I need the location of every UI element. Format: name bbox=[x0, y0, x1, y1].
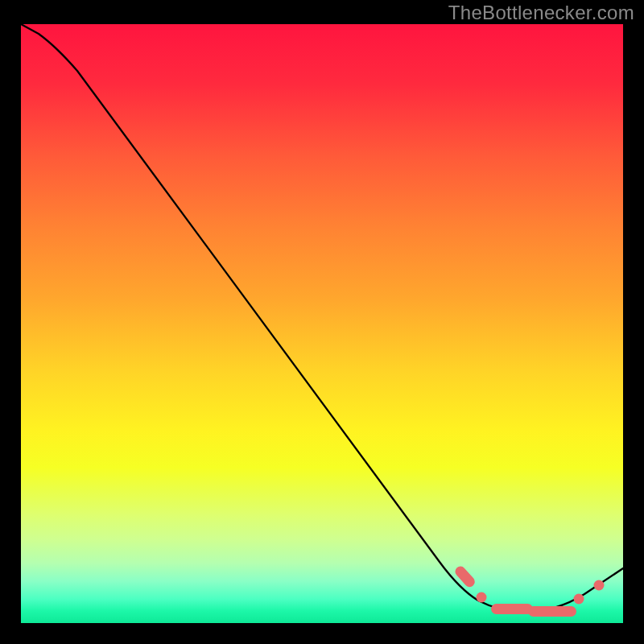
bottleneck-curve bbox=[21, 24, 623, 612]
marker-descent-pill bbox=[453, 564, 477, 589]
attribution-label: TheBottlenecker.com bbox=[448, 2, 634, 24]
plot-area bbox=[21, 24, 623, 623]
curve-svg bbox=[21, 24, 623, 623]
marker-descent-dot bbox=[477, 592, 487, 603]
marker-ascent-dot bbox=[594, 580, 605, 591]
chart-container: TheBottlenecker.com bbox=[0, 0, 644, 644]
marker-trough-pill-1 bbox=[491, 604, 533, 614]
marker-trough-pill-2 bbox=[528, 606, 576, 617]
marker-trough-dot-end bbox=[574, 594, 584, 605]
